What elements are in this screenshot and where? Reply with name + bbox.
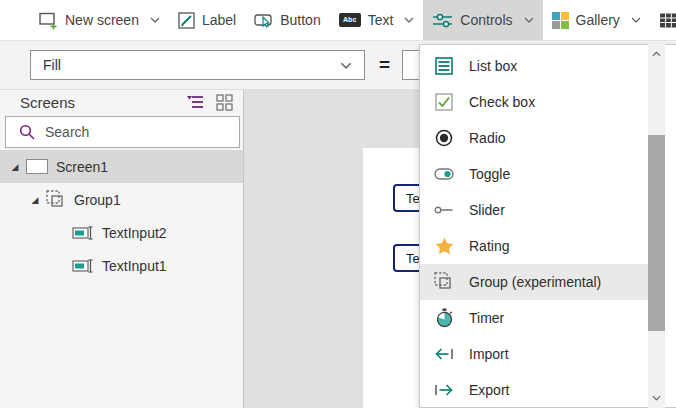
menu-item-label: Group (experimental) — [469, 274, 601, 290]
tree-item-label: Screen1 — [56, 159, 108, 175]
tree-item-textinput2[interactable]: TextInput2 — [0, 216, 243, 249]
text-abc-icon: Abc — [339, 13, 361, 27]
expander-icon[interactable]: ◢ — [28, 195, 42, 205]
menu-item-label: Radio — [469, 130, 506, 146]
search-box[interactable] — [5, 116, 240, 148]
button-button-label: Button — [280, 12, 320, 28]
menu-item-slider[interactable]: Slider — [420, 192, 648, 228]
menu-item-label: Slider — [469, 202, 505, 218]
property-selected-value: Fill — [43, 57, 340, 73]
chevron-down-icon — [524, 17, 534, 23]
new-screen-button[interactable]: New screen — [30, 0, 169, 40]
menu-item-label: Rating — [469, 238, 509, 254]
menu-item-label: List box — [469, 58, 517, 74]
slider-icon — [434, 204, 454, 216]
text-input-icon — [72, 258, 94, 274]
scrollbar-down-icon[interactable] — [648, 390, 665, 406]
menu-scrollbar[interactable] — [648, 44, 665, 408]
menu-item-label: Timer — [469, 310, 504, 326]
text-input-icon — [72, 225, 94, 241]
menu-item-label: Export — [469, 382, 509, 398]
gallery-menu-label: Gallery — [576, 12, 620, 28]
screen-icon — [26, 159, 48, 174]
menu-item-check-box[interactable]: Check box — [420, 84, 648, 120]
toggle-icon — [434, 167, 454, 181]
menu-item-group-experimental[interactable]: Group (experimental) — [420, 264, 648, 300]
tree-item-label: Group1 — [74, 192, 121, 208]
screens-panel: Screens — [0, 90, 244, 408]
menu-item-timer[interactable]: Timer — [420, 300, 648, 336]
check-box-icon — [434, 93, 454, 111]
new-screen-label: New screen — [65, 12, 139, 28]
controls-menu-label: Controls — [460, 12, 512, 28]
menu-item-list-box[interactable]: List box — [420, 48, 648, 84]
thumbnail-view-icon[interactable] — [216, 94, 233, 111]
menu-item-label: Check box — [469, 94, 535, 110]
controls-menu-button[interactable]: Controls — [423, 0, 542, 40]
menu-item-rating[interactable]: Rating — [420, 228, 648, 264]
tree-view-icon[interactable] — [186, 94, 204, 110]
tree-item-label: TextInput1 — [102, 258, 167, 274]
controls-dropdown-menu: List box Check box Radio Toggle — [419, 44, 676, 408]
scrollbar-thumb[interactable] — [648, 135, 665, 331]
group-icon — [434, 272, 454, 292]
menu-item-label: Toggle — [469, 166, 510, 182]
tree-item-screen1[interactable]: ◢ Screen1 — [0, 150, 243, 183]
new-screen-icon — [39, 11, 58, 30]
export-icon — [434, 381, 454, 399]
chevron-down-icon — [404, 17, 414, 23]
chevron-down-icon — [150, 17, 160, 23]
rating-star-icon — [434, 237, 454, 255]
menu-item-toggle[interactable]: Toggle — [420, 156, 648, 192]
expander-icon[interactable]: ◢ — [8, 162, 22, 172]
menu-item-export[interactable]: Export — [420, 372, 648, 408]
gallery-icon — [552, 12, 569, 29]
data-table-icon — [659, 12, 676, 29]
list-box-icon — [434, 57, 454, 75]
import-icon — [434, 345, 454, 363]
menu-item-radio[interactable]: Radio — [420, 120, 648, 156]
top-toolbar: New screen Label Button Abc Text — [0, 0, 676, 41]
group-icon — [46, 190, 66, 210]
search-input[interactable] — [45, 124, 231, 140]
screens-tree: ◢ Screen1 ◢ Group1 TextInput2 — [0, 150, 243, 282]
button-button[interactable]: Button — [245, 0, 329, 40]
chevron-down-icon — [340, 62, 352, 69]
screens-panel-title: Screens — [20, 94, 174, 111]
tree-item-group1[interactable]: ◢ Group1 — [0, 183, 243, 216]
screens-panel-header: Screens — [0, 90, 243, 114]
property-selector[interactable]: Fill — [30, 50, 365, 80]
equals-sign: = — [379, 54, 390, 76]
button-icon — [254, 11, 273, 30]
timer-icon — [434, 308, 454, 328]
radio-icon — [434, 129, 454, 147]
menu-item-label: Import — [469, 346, 509, 362]
tree-item-label: TextInput2 — [102, 225, 167, 241]
text-menu-label: Text — [368, 12, 394, 28]
text-menu-button[interactable]: Abc Text — [330, 0, 424, 40]
tree-item-textinput1[interactable]: TextInput1 — [0, 249, 243, 282]
controls-sliders-icon — [432, 11, 453, 30]
search-icon — [18, 123, 36, 141]
label-button-label: Label — [202, 12, 236, 28]
data-table-button[interactable] — [650, 0, 676, 40]
chevron-down-icon — [631, 17, 641, 23]
scrollbar-up-icon[interactable] — [648, 46, 665, 62]
menu-item-import[interactable]: Import — [420, 336, 648, 372]
gallery-menu-button[interactable]: Gallery — [543, 0, 650, 40]
label-icon — [178, 12, 195, 29]
label-button[interactable]: Label — [169, 0, 245, 40]
